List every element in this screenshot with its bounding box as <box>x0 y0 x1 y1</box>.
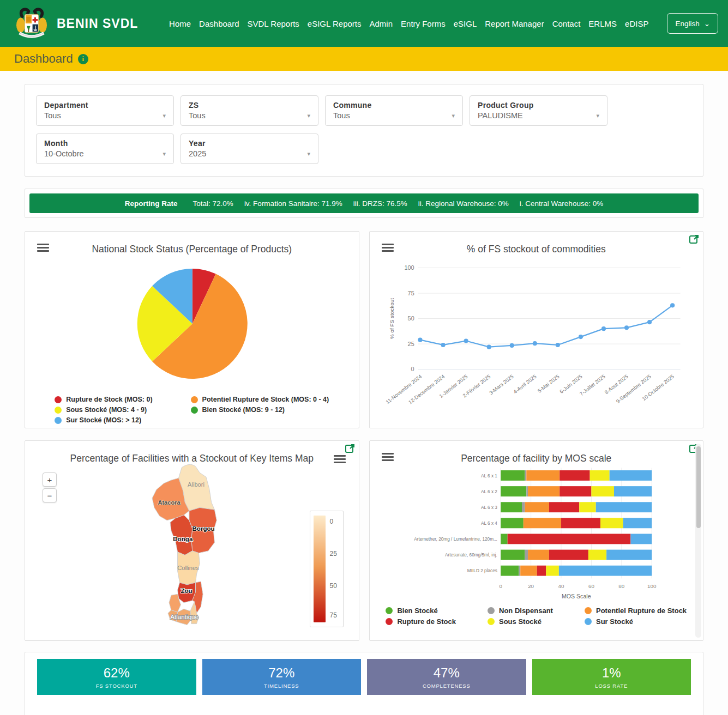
nav-item-report-manager[interactable]: Report Manager <box>485 19 544 28</box>
bar-segment-sous-stock[interactable] <box>591 486 614 496</box>
nav-item-dashboard[interactable]: Dashboard <box>199 19 239 28</box>
data-point[interactable] <box>647 320 652 324</box>
caret-down-icon: ▾ <box>307 150 310 157</box>
bar-category-label: MIILD 2 places <box>467 568 497 573</box>
data-point[interactable] <box>486 345 491 349</box>
bar-segment-rupture-de-stock[interactable] <box>559 486 591 496</box>
bar-segment-rupture-de-stock[interactable] <box>561 518 600 528</box>
bar-segment-rupture-de-stock[interactable] <box>507 534 630 544</box>
filter-year[interactable]: Year2025▾ <box>181 134 318 164</box>
chart-menu-icon[interactable] <box>334 455 346 463</box>
data-point[interactable] <box>555 343 559 347</box>
filter-label: Department <box>44 101 166 110</box>
bar-segment-non-dispensant[interactable] <box>519 566 520 576</box>
filter-label: Product Group <box>478 101 599 110</box>
bar-segment-sur-stock[interactable] <box>613 486 651 496</box>
legend-item-potentiel-rupture-de-stock: Potentiel Rupture de Stock <box>585 607 687 615</box>
filter-product-group[interactable]: Product GroupPALUDISME▾ <box>470 95 607 126</box>
kpi-tile-loss-rate: 1%LOSS RATE <box>532 659 691 695</box>
bar-segment-sur-stock[interactable] <box>630 534 652 544</box>
bar-segment-potentiel-rupture-de-stock[interactable] <box>528 486 559 496</box>
x-tick-label: 5-Mai 2025 <box>536 373 560 394</box>
data-point[interactable] <box>578 335 582 339</box>
bar-segment-potentiel-rupture-de-stock[interactable] <box>528 550 549 560</box>
bar-segment-potentiel-rupture-de-stock[interactable] <box>520 566 537 576</box>
bar-segment-non-dispensant[interactable] <box>526 486 528 496</box>
bar-segment-sous-stock[interactable] <box>600 518 623 528</box>
line-chart: 1007550250% of FS stockout11-Novembre 20… <box>375 255 698 419</box>
data-point[interactable] <box>441 343 445 347</box>
bar-segment-bien-stock[interactable] <box>501 470 525 481</box>
bar-segment-bien-stock[interactable] <box>501 486 526 496</box>
bar-segment-sur-stock[interactable] <box>606 550 652 560</box>
filter-zs[interactable]: ZSTous▾ <box>181 95 318 126</box>
bar-segment-non-dispensant[interactable] <box>521 502 525 512</box>
chart-menu-icon[interactable] <box>382 244 394 252</box>
bar-segment-bien-stock[interactable] <box>501 550 525 560</box>
data-point[interactable] <box>601 326 605 331</box>
bar-segment-sur-stock[interactable] <box>595 502 652 512</box>
external-link-icon[interactable] <box>345 443 356 454</box>
filter-department[interactable]: DepartmentTous▾ <box>36 95 174 126</box>
data-point[interactable] <box>464 338 468 343</box>
nav-item-admin[interactable]: Admin <box>370 19 393 28</box>
zoom-in-button[interactable]: + <box>43 472 57 487</box>
nav-item-edisp[interactable]: eDISP <box>625 19 648 28</box>
nav-item-svdl-reports[interactable]: SVDL Reports <box>248 19 299 28</box>
nav-item-home[interactable]: Home <box>169 19 191 28</box>
chart-menu-icon[interactable] <box>37 244 49 252</box>
bar-segment-rupture-de-stock[interactable] <box>549 550 588 560</box>
external-link-icon[interactable] <box>689 234 700 245</box>
brand-title: BENIN SVDL <box>57 16 138 31</box>
bar-segment-bien-stock[interactable] <box>501 566 519 576</box>
bar-segment-non-dispensant[interactable] <box>525 470 526 481</box>
bar-segment-sous-stock[interactable] <box>579 502 595 512</box>
bar-segment-rupture-de-stock[interactable] <box>559 470 589 481</box>
nav-item-erlms[interactable]: ERLMS <box>588 19 617 28</box>
data-point[interactable] <box>532 341 537 346</box>
data-point[interactable] <box>509 343 514 348</box>
filter-commune[interactable]: CommuneTous▾ <box>325 95 463 126</box>
info-icon[interactable]: i <box>78 54 88 64</box>
reporting-rate-title: Reporting Rate <box>125 199 178 208</box>
map-card: Percentage of Facilities with a Stockout… <box>25 440 359 641</box>
caret-down-icon: ▾ <box>163 150 166 157</box>
y-axis-label: % of FS stockout <box>388 298 394 339</box>
language-selector[interactable]: English ⌄ <box>667 13 718 34</box>
nav-item-esigl[interactable]: eSIGL <box>454 19 477 28</box>
legend-label: Potentiel Rupture de Stock (MOS: 0 - 4) <box>202 396 329 403</box>
filter-label: Commune <box>333 101 455 110</box>
bar-segment-rupture-de-stock[interactable] <box>549 502 579 512</box>
bar-segment-bien-stock[interactable] <box>501 518 524 528</box>
bar-segment-rupture-de-stock[interactable] <box>537 566 546 576</box>
legend-item-non-dispensant: Non Dispensant <box>488 607 553 615</box>
legend-dot <box>55 417 62 424</box>
bar-segment-potentiel-rupture-de-stock[interactable] <box>526 470 559 481</box>
nav-item-contact[interactable]: Contact <box>552 19 581 28</box>
bar-segment-potentiel-rupture-de-stock[interactable] <box>525 502 549 512</box>
bar-segment-non-dispensant[interactable] <box>525 550 528 560</box>
filter-month[interactable]: Month10-Octobre▾ <box>36 134 174 164</box>
scrollbar-thumb[interactable] <box>696 446 701 528</box>
bar-segment-potentiel-rupture-de-stock[interactable] <box>523 518 561 528</box>
nav-item-entry-forms[interactable]: Entry Forms <box>401 19 446 28</box>
bar-segment-bien-stock[interactable] <box>501 534 507 544</box>
bar-segment-bien-stock[interactable] <box>501 502 522 512</box>
zoom-out-button[interactable]: − <box>43 488 57 502</box>
bar-segment-sur-stock[interactable] <box>609 470 652 481</box>
data-point[interactable] <box>670 303 675 307</box>
chart-menu-icon[interactable] <box>382 453 394 461</box>
map-color-scale: 0255075 <box>310 511 344 627</box>
bar-segment-sous-stock[interactable] <box>588 550 606 560</box>
filter-value: Tous▾ <box>44 111 166 120</box>
data-point[interactable] <box>418 338 422 342</box>
bar-segment-sous-stock[interactable] <box>546 566 559 576</box>
data-point[interactable] <box>624 325 628 330</box>
nav-item-esigl-reports[interactable]: eSIGL Reports <box>308 19 362 28</box>
x-tick-label: 80 <box>618 583 624 589</box>
bar-segment-sous-stock[interactable] <box>589 470 609 481</box>
bar-segment-sur-stock[interactable] <box>623 518 652 528</box>
color-scale-ticks: 0255075 <box>330 516 340 622</box>
bar-segment-sur-stock[interactable] <box>558 566 651 576</box>
map-label-alibori: Alibori <box>188 481 204 488</box>
